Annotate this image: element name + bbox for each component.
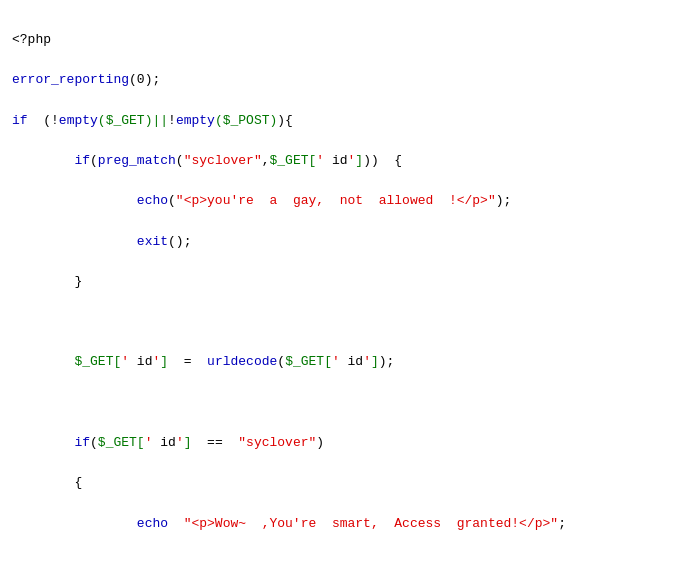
- line-6: exit();: [12, 234, 191, 249]
- line-5: echo("<p>you're a gay, not allowed !</p>…: [12, 193, 511, 208]
- line-9: $_GET[' id'] = urldecode($_GET[' id']);: [12, 354, 394, 369]
- line-3: if (!empty($_GET)||!empty($_POST)){: [12, 113, 293, 128]
- line-13: echo "<p>Wow~ ,You're smart, Access gran…: [12, 516, 566, 531]
- line-11: if($_GET[' id'] == "syclover"): [12, 435, 324, 450]
- php-open-tag: <?php: [12, 32, 51, 47]
- line-12: {: [12, 475, 82, 490]
- line-4: if(preg_match("syclover",$_GET[' id'])) …: [12, 153, 402, 168]
- line-2: error_reporting(0);: [12, 72, 160, 87]
- line-7: }: [12, 274, 82, 289]
- code-container: <?php error_reporting(0); if (!empty($_G…: [12, 10, 674, 570]
